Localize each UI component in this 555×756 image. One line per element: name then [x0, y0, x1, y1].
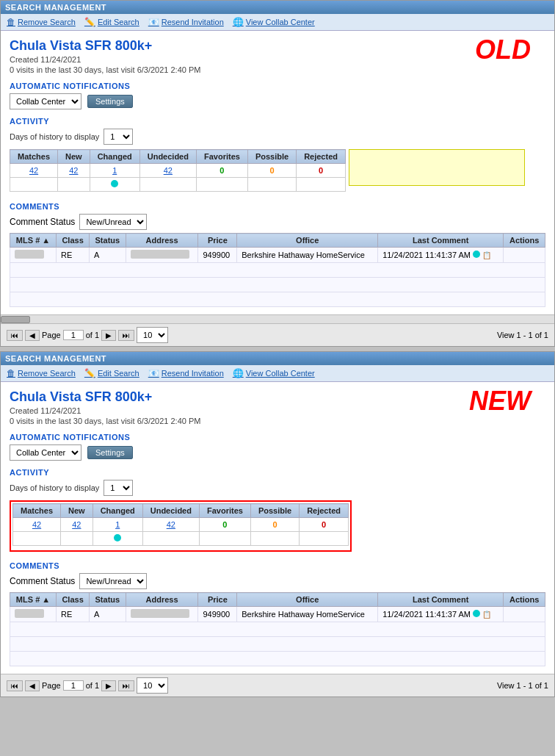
- th-office-old: Office: [237, 234, 378, 248]
- comments-section-new: COMMENTS Comment Status New/Unread MLS #…: [10, 561, 545, 666]
- th-mls-old: MLS # ▲: [10, 234, 57, 248]
- col-favorites-old: Favorites: [196, 150, 247, 164]
- col-new-old: New: [58, 150, 90, 164]
- td-office-old: Berkshire Hathaway HomeService: [237, 248, 378, 263]
- cyan-dot-new: [114, 534, 121, 541]
- comment-row-old: RE A 949900 Berkshire Hathaway HomeServi…: [10, 248, 545, 263]
- pag-last-old[interactable]: ⏭: [118, 330, 134, 341]
- val-rejected-old: 0: [297, 164, 346, 178]
- td-actions-new: [504, 607, 545, 622]
- view-collab-btn-old[interactable]: 🌐 View Collab Center: [233, 17, 315, 27]
- days-label-new: Days of history to display: [10, 483, 99, 492]
- comment-dot-old: [473, 251, 480, 258]
- pag-page-input-new[interactable]: [63, 680, 84, 691]
- pag-first-new[interactable]: ⏮: [7, 680, 23, 691]
- val-rejected-new: 0: [300, 518, 349, 532]
- col-favorites-new: Favorites: [199, 504, 250, 518]
- addr-gray-old: [131, 250, 189, 259]
- th-actions-new: Actions: [504, 593, 545, 607]
- activity-box-old: Matches New Changed Undecided Favorites …: [10, 149, 545, 195]
- pag-controls-new: ⏮ ◀ Page of 1 ▶ ⏭ 10: [7, 677, 168, 694]
- comment-status-select-new[interactable]: New/Unread: [79, 573, 147, 589]
- pagination-old: ⏮ ◀ Page of 1 ▶ ⏭ 10 View 1 - 1 of 1: [1, 323, 554, 346]
- activity-table-old: Matches New Changed Undecided Favorites …: [10, 149, 346, 192]
- comment-row-new: RE A 949900 Berkshire Hathaway HomeServi…: [10, 607, 545, 622]
- td-lastcomment-old: 11/24/2021 11:41:37 AM 📋: [378, 248, 504, 263]
- td-status-new: A: [90, 607, 126, 622]
- td-price-new: 949900: [198, 607, 237, 622]
- td-price-old: 949900: [198, 248, 237, 263]
- search-title-old: Chula Vista SFR 800k+: [10, 38, 545, 54]
- yellow-box-old: [349, 149, 525, 186]
- pag-of-new: of 1: [86, 681, 99, 690]
- notif-row-new: Collab Center Settings: [10, 444, 545, 461]
- content-new: Chula Vista SFR 800k+ NEW Created 11/24/…: [1, 382, 554, 674]
- val-changed-old: 1: [90, 164, 139, 178]
- val-undecided-old: 42: [139, 164, 196, 178]
- th-price-new: Price: [198, 593, 237, 607]
- pag-page-input-old[interactable]: [63, 330, 84, 340]
- val-possible-new: 0: [250, 518, 299, 532]
- comment-status-row-new: Comment Status New/Unread: [10, 573, 545, 589]
- comments-section-old: COMMENTS Comment Status New/Unread MLS #…: [10, 202, 545, 307]
- notif-row-old: Collab Center Settings: [10, 93, 545, 109]
- old-label: OLD: [475, 35, 531, 65]
- remove-search-btn-old[interactable]: 🗑 Remove Search: [7, 17, 76, 27]
- activity-row-old: Days of history to display 1: [10, 129, 545, 145]
- comment-status-select-old[interactable]: New/Unread: [79, 214, 147, 230]
- pag-view-old: View 1 - 1 of 1: [497, 331, 548, 339]
- pag-next-new[interactable]: ▶: [101, 680, 116, 691]
- pag-last-new[interactable]: ⏭: [118, 680, 134, 691]
- search-title-new: Chula Vista SFR 800k+: [10, 389, 545, 405]
- settings-btn-old[interactable]: Settings: [87, 95, 133, 108]
- th-address-new: Address: [126, 593, 198, 607]
- th-status-new: Status: [90, 593, 126, 607]
- edit-search-btn-new[interactable]: ✏️ Edit Search: [84, 368, 139, 378]
- comments-label-new: COMMENTS: [10, 561, 545, 570]
- days-select-old[interactable]: 1: [104, 129, 133, 145]
- col-rejected-new: Rejected: [300, 504, 349, 518]
- created-new: Created 11/24/2021: [10, 406, 545, 415]
- settings-btn-new[interactable]: Settings: [87, 446, 133, 459]
- comment-status-label-old: Comment Status: [10, 217, 75, 227]
- col-changed-old: Changed: [90, 150, 139, 164]
- panel-old: SEARCH MANAGEMENT 🗑 Remove Search ✏️ Edi…: [0, 0, 555, 347]
- view-collab-btn-new[interactable]: 🌐 View Collab Center: [233, 368, 315, 378]
- val-matches-new: 42: [13, 518, 61, 532]
- pagination-new: ⏮ ◀ Page of 1 ▶ ⏭ 10 View 1 - 1 of 1: [1, 674, 554, 696]
- notif-select-old[interactable]: Collab Center: [10, 93, 81, 109]
- scrollbar-thumb-old[interactable]: [1, 316, 30, 323]
- resend-btn-old[interactable]: 📧 Resend Invitation: [148, 17, 224, 27]
- comment-icon-old[interactable]: 📋: [482, 251, 491, 259]
- pag-next-old[interactable]: ▶: [101, 330, 116, 341]
- val-favorites-new: 0: [199, 518, 250, 532]
- val-undecided-new: 42: [142, 518, 199, 532]
- scrollbar-old[interactable]: [1, 314, 554, 323]
- pag-prev-old[interactable]: ◀: [25, 330, 40, 341]
- val-changed-new: 1: [92, 518, 142, 532]
- comments-table-old: MLS # ▲ Class Status Address Price Offic…: [10, 233, 545, 307]
- mls-gray-old: [15, 250, 44, 259]
- th-actions-old: Actions: [504, 234, 545, 248]
- col-new-new: New: [61, 504, 93, 518]
- resend-btn-new[interactable]: 📧 Resend Invitation: [148, 368, 224, 378]
- days-select-new[interactable]: 1: [104, 480, 133, 496]
- visits-new: 0 visits in the last 30 days, last visit…: [10, 417, 545, 425]
- comments-table-new: MLS # ▲ Class Status Address Price Offic…: [10, 592, 545, 666]
- pag-prev-new[interactable]: ◀: [25, 680, 40, 691]
- val-new-old: 42: [58, 164, 90, 178]
- td-status-old: A: [90, 248, 126, 263]
- days-label-old: Days of history to display: [10, 132, 99, 141]
- comment-icon-new[interactable]: 📋: [482, 611, 491, 619]
- th-class-old: Class: [57, 234, 90, 248]
- edit-search-btn-old[interactable]: ✏️ Edit Search: [84, 17, 139, 27]
- pag-perpage-new[interactable]: 10: [137, 677, 168, 694]
- pag-first-old[interactable]: ⏮: [7, 330, 23, 341]
- td-class-new: RE: [57, 607, 90, 622]
- remove-search-btn-new[interactable]: 🗑 Remove Search: [7, 368, 76, 378]
- pag-perpage-old[interactable]: 10: [137, 327, 168, 343]
- globe-icon-old: 🌐: [233, 17, 244, 27]
- th-address-old: Address: [126, 234, 198, 248]
- notif-select-new[interactable]: Collab Center: [10, 444, 81, 461]
- resend-icon-old: 📧: [148, 17, 159, 27]
